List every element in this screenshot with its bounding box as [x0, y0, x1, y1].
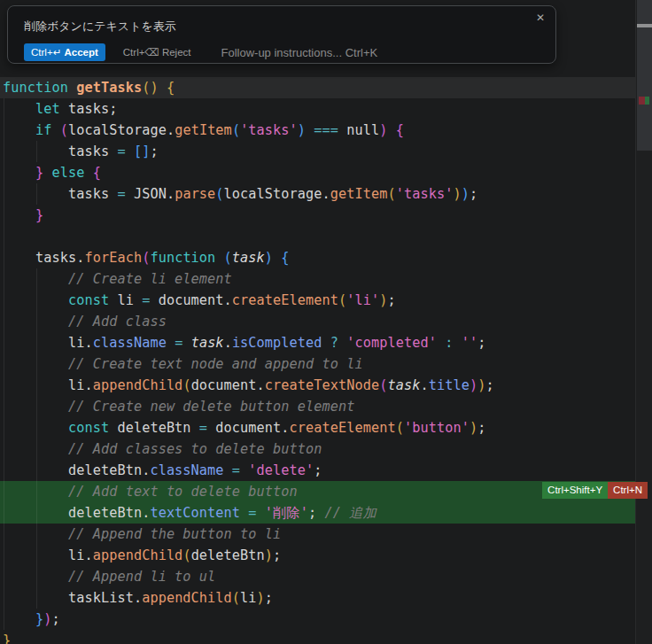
- scrollbar-thumb[interactable]: [637, 0, 652, 151]
- code-line[interactable]: tasks.forEach(function (task) {: [0, 247, 635, 268]
- code-token: (: [338, 292, 346, 308]
- code-line[interactable]: }: [0, 630, 635, 644]
- code-token: ;: [470, 186, 477, 202]
- accept-change-badge[interactable]: Ctrl+Shift+Y: [542, 482, 608, 499]
- code-token: taskList.: [3, 590, 142, 606]
- code-token: [3, 420, 68, 436]
- code-token: []: [134, 144, 151, 159]
- code-token: [215, 250, 223, 266]
- code-token: appendChild: [93, 377, 183, 393]
- code-token: li: [109, 292, 142, 308]
- close-icon[interactable]: ✕: [533, 11, 547, 25]
- code-area: function getTasks() { let tasks; if (loc…: [0, 77, 635, 644]
- code-token: (: [388, 186, 396, 202]
- code-token: .: [420, 377, 428, 393]
- code-line[interactable]: if (localStorage.getItem('tasks') === nu…: [0, 120, 635, 141]
- code-token: // Create text node and append to li: [68, 356, 363, 372]
- accept-button[interactable]: Ctrl+↵ Accept: [24, 43, 105, 61]
- code-line[interactable]: li.appendChild(deleteBtn);: [0, 545, 635, 566]
- code-line[interactable]: // Create new delete button element: [0, 396, 635, 417]
- code-token: (: [60, 122, 68, 138]
- code-token: deleteBtn: [191, 547, 265, 563]
- code-token: {: [396, 122, 404, 138]
- code-line[interactable]: deleteBtn.textContent = '削除'; // 追加: [0, 502, 635, 524]
- code-token: tasks: [3, 144, 117, 159]
- code-token: className: [93, 335, 167, 351]
- scrollbar[interactable]: [635, 0, 652, 644]
- code-token: ;: [265, 590, 273, 606]
- indent-guide: [36, 141, 37, 162]
- code-token: [3, 207, 35, 223]
- code-line[interactable]: });: [0, 609, 635, 630]
- code-token: ): [379, 122, 387, 138]
- code-token: // Append li to ul: [68, 569, 215, 585]
- overview-added-marker: [645, 97, 649, 105]
- code-token: ;: [308, 505, 325, 521]
- code-token: [3, 441, 68, 457]
- code-line[interactable]: // Add class: [0, 311, 635, 332]
- followup-instructions-input[interactable]: Follow-up instructions... Ctrl+K: [221, 46, 378, 59]
- code-token: (): [142, 80, 159, 96]
- code-line[interactable]: // Add classes to delete button: [0, 438, 635, 460]
- reject-keybinding: Ctrl+⌫: [123, 47, 159, 58]
- code-line[interactable]: taskList.appendChild(li);: [0, 587, 635, 609]
- code-token: :: [445, 335, 453, 351]
- code-line[interactable]: // Create text node and append to li: [0, 353, 635, 375]
- reject-button[interactable]: Ctrl+⌫ Reject: [123, 46, 191, 58]
- code-token: localStorage.: [68, 122, 175, 138]
- code-line[interactable]: }: [0, 205, 635, 226]
- overview-cursor-marker: [637, 24, 652, 27]
- code-line[interactable]: let tasks;: [0, 98, 635, 120]
- code-line[interactable]: function getTasks() {: [0, 77, 635, 98]
- code-line[interactable]: tasks = [];: [0, 141, 635, 162]
- code-line[interactable]: } else {: [0, 162, 635, 183]
- code-token: [68, 80, 76, 96]
- code-token: (: [232, 590, 240, 606]
- code-line[interactable]: const li = document.createElement('li');: [0, 290, 635, 311]
- code-line[interactable]: // Add text to delete button: [0, 481, 635, 502]
- code-line[interactable]: li.className = task.isCompleted ? 'compl…: [0, 332, 635, 353]
- code-token: li: [240, 590, 257, 606]
- code-token: function: [3, 80, 68, 96]
- code-token: ;: [51, 611, 59, 627]
- code-token: ): [453, 186, 461, 202]
- code-token: document.: [207, 420, 289, 436]
- code-token: ): [298, 122, 306, 138]
- code-line[interactable]: li.appendChild(document.createTextNode(t…: [0, 375, 635, 396]
- code-token: '': [462, 335, 478, 351]
- code-token: ;: [314, 462, 322, 478]
- code-token: task: [232, 250, 265, 266]
- code-token: 'delete': [248, 462, 314, 478]
- code-line[interactable]: tasks = JSON.parse(localStorage.getItem(…: [0, 183, 635, 205]
- code-token: 'tasks': [240, 122, 298, 138]
- code-line[interactable]: const deleteBtn = document.createElement…: [0, 417, 635, 438]
- code-token: '削除': [265, 505, 308, 521]
- code-token: forEach: [84, 250, 142, 266]
- code-token: ;: [273, 547, 281, 563]
- code-token: deleteBtn.: [3, 505, 150, 521]
- code-token: ): [470, 377, 477, 393]
- code-token: ): [265, 547, 273, 563]
- code-token: [240, 505, 248, 521]
- code-token: (: [396, 420, 404, 436]
- code-token: ): [470, 420, 477, 436]
- accept-keybinding: Ctrl+↵: [31, 47, 61, 58]
- code-token: =: [175, 335, 182, 351]
- code-token: [3, 292, 68, 308]
- code-token: // 追加: [324, 505, 376, 521]
- code-line[interactable]: // Append the button to li: [0, 524, 635, 545]
- code-token: // Add text to delete button: [68, 484, 298, 500]
- code-token: createElement: [290, 420, 396, 436]
- code-token: parse: [175, 186, 215, 202]
- code-line[interactable]: // Create li element: [0, 268, 635, 290]
- code-line[interactable]: // Append li to ul: [0, 566, 635, 587]
- code-token: li.: [3, 547, 93, 563]
- code-token: [224, 462, 232, 478]
- code-token: function: [150, 250, 215, 266]
- code-token: [437, 335, 445, 351]
- code-line[interactable]: deleteBtn.className = 'delete';: [0, 460, 635, 481]
- code-token: task: [191, 335, 224, 351]
- code-token: [3, 526, 68, 542]
- discard-change-badge[interactable]: Ctrl+N: [608, 482, 648, 499]
- code-line[interactable]: [0, 226, 635, 247]
